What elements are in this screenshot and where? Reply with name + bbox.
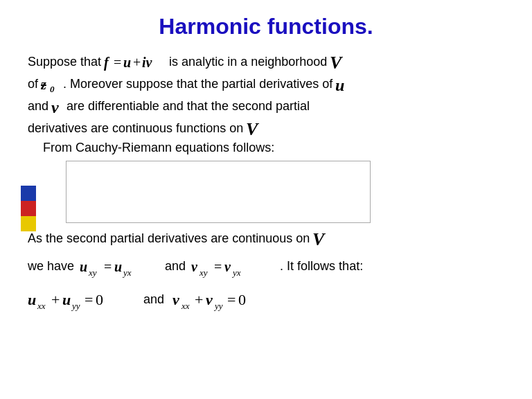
text-and-3: and (143, 292, 164, 307)
svg-text:0: 0 (50, 84, 55, 94)
text-moreover: . Moreover suppose that the partial deri… (63, 75, 332, 94)
symbol-V-1: V (330, 52, 345, 73)
paragraph-line-4: derivatives are continuous functions on … (28, 118, 504, 139)
svg-text:V: V (246, 119, 260, 139)
svg-text:v: v (191, 259, 198, 274)
formula-vxx-vyy: v xx + v yy = 0 (172, 285, 280, 313)
svg-text:V: V (330, 53, 344, 73)
svg-text:u: u (114, 259, 122, 274)
formula-f-eq-u-plus-iv: f = u + iv (104, 52, 166, 73)
svg-text:u: u (123, 55, 131, 70)
paragraph-cauchy: From Cauchy-Riemann equations follows: (28, 141, 504, 155)
symbol-u: u (335, 74, 351, 95)
paragraph-line-1: Suppose that f = u + iv is analytic in a… (28, 52, 504, 73)
svg-text:u: u (28, 291, 36, 308)
symbol-V-2: V (246, 118, 261, 139)
symbol-v: v (51, 96, 64, 117)
svg-text:xy: xy (199, 267, 208, 278)
square-yellow (21, 216, 36, 231)
svg-text:=: = (114, 55, 121, 70)
square-red (21, 201, 36, 216)
text-we-have: we have (28, 259, 74, 274)
svg-text:v: v (206, 291, 213, 308)
decorative-squares (21, 186, 36, 231)
equation-box (66, 161, 371, 223)
svg-text:0: 0 (238, 291, 246, 308)
text-it-follows: . It follows that: (280, 259, 363, 274)
text-derivatives-continuous: derivatives are continuous functions on (28, 119, 243, 139)
text-of: of (28, 75, 38, 94)
svg-text:yy: yy (213, 301, 223, 311)
svg-text:u: u (80, 259, 87, 274)
paragraph-as: As the second partial derivatives are co… (28, 229, 504, 249)
svg-text:u: u (335, 76, 344, 94)
symbol-V-3: V (312, 229, 328, 249)
paragraph-line-2: of z 0 . Moreover suppose that the parti… (28, 74, 504, 95)
symbol-z0: z 0 (41, 74, 60, 95)
paragraph-last: u xx + u yy = 0 and v xx + v yy = 0 (28, 285, 504, 313)
svg-text:+: + (195, 291, 203, 308)
svg-text:=: = (227, 291, 236, 308)
svg-text:yx: yx (231, 267, 241, 278)
svg-text:=: = (214, 259, 222, 274)
formula-uxy-uyx: u xy = u yx (80, 254, 159, 278)
svg-text:xx: xx (181, 301, 190, 311)
svg-text:0: 0 (96, 291, 103, 308)
svg-text:v: v (224, 259, 231, 274)
svg-text:yy: yy (71, 301, 80, 311)
svg-text:xx: xx (37, 301, 46, 311)
svg-text:v: v (172, 291, 179, 308)
text-as-second: As the second partial derivatives are co… (28, 229, 310, 249)
svg-text:+: + (51, 291, 60, 308)
text-differentiable: are differentiable and that the second p… (66, 97, 310, 116)
svg-text:iv: iv (142, 55, 153, 70)
text-and-2: and (165, 259, 186, 274)
text-suppose: Suppose that (28, 53, 101, 72)
text-and-1: and (28, 97, 48, 116)
paragraph-line-3: and v are differentiable and that the se… (28, 96, 504, 117)
text-analytic: is analytic in a neighborhood (169, 53, 327, 72)
page-title: Harmonic functions. (28, 14, 504, 39)
text-from-cauchy: From Cauchy-Riemann equations follows: (43, 141, 274, 154)
svg-text:z: z (41, 77, 46, 92)
square-blue (21, 186, 36, 201)
formula-uxx-uyy: u xx + u yy = 0 (28, 285, 135, 313)
svg-text:xy: xy (88, 267, 97, 278)
formula-vxy-vyx: v xy = v yx (191, 254, 274, 278)
svg-text:v: v (51, 98, 59, 116)
svg-text:+: + (133, 55, 141, 70)
svg-text:yx: yx (122, 267, 132, 278)
paragraph-we-have: we have u xy = u yx and v xy = v yx . It… (28, 254, 504, 278)
svg-text:=: = (85, 291, 93, 308)
svg-text:=: = (104, 259, 112, 274)
svg-text:f: f (104, 55, 110, 71)
svg-text:u: u (62, 291, 71, 308)
svg-text:V: V (312, 229, 326, 249)
